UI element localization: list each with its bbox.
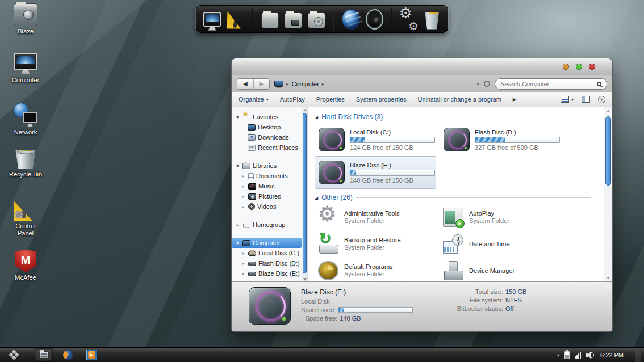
expand-icon[interactable]: ▸ xyxy=(241,261,246,266)
breadcrumb-computer[interactable]: Computer xyxy=(292,81,319,87)
taskbar-clock[interactable]: 6:22 PM xyxy=(600,352,624,359)
refresh-icon[interactable] xyxy=(484,81,490,87)
drive-tile-blaze-disc-e[interactable]: Blaze Disc (E:) 140 GB free of 150 GB xyxy=(315,156,436,189)
organize-button[interactable]: Organize▾ xyxy=(239,96,269,103)
sidebar-item-pictures[interactable]: ▸ Pictures xyxy=(232,191,307,201)
title-bar[interactable] xyxy=(232,58,612,75)
desktop-icon-computer[interactable]: Computer xyxy=(1,53,50,84)
minimize-button[interactable] xyxy=(563,64,569,70)
scroll-up-icon[interactable] xyxy=(604,108,612,113)
scroll-up-icon[interactable] xyxy=(302,107,307,112)
dock-documents-folder-icon[interactable] xyxy=(261,12,279,28)
desktop-icon-blaze[interactable]: Blaze xyxy=(1,3,50,35)
dock-pictures-folder-icon[interactable] xyxy=(285,12,302,28)
system-properties-button[interactable]: System properties xyxy=(356,96,407,103)
sidebar-item-blaze-disc-e[interactable]: ▸ Blaze Disc (E:) xyxy=(232,268,307,279)
dock-speaker-lens-icon[interactable] xyxy=(366,9,383,30)
section-collapse-icon[interactable]: ◢ xyxy=(315,195,318,200)
search-input[interactable] xyxy=(500,81,593,87)
drive-tile-local-disk-c[interactable]: Local Disk (C:) 124 GB free of 150 GB xyxy=(315,123,436,156)
forward-button[interactable]: ▶ xyxy=(254,79,270,89)
scroll-down-icon[interactable] xyxy=(604,275,612,280)
item-date-and-time[interactable]: Date and Time xyxy=(440,230,561,257)
properties-button[interactable]: Properties xyxy=(316,96,345,103)
uninstall-program-button[interactable]: Uninstall or change a program xyxy=(417,96,501,103)
more-commands-icon[interactable]: ▶ xyxy=(513,97,516,102)
section-other[interactable]: ◢ Other (26) xyxy=(315,191,601,204)
hard-drive-icon xyxy=(319,161,345,184)
sidebar-scrollbar[interactable] xyxy=(302,107,307,281)
sidebar-item-flash-disc-d[interactable]: ▸ Flash Disc (D:) xyxy=(232,258,307,268)
sidebar-item-recent-places[interactable]: Recent Places xyxy=(232,142,307,153)
maximize-button[interactable] xyxy=(576,64,582,70)
sidebar-group-computer[interactable]: ▾ Computer xyxy=(232,238,302,248)
expand-icon[interactable]: ▸ xyxy=(235,222,240,228)
taskbar-explorer-button[interactable] xyxy=(35,349,52,361)
back-button[interactable]: ◀ xyxy=(237,79,254,89)
expand-icon[interactable]: ▸ xyxy=(241,174,246,179)
computer-monitor-icon xyxy=(14,53,37,70)
search-box[interactable] xyxy=(495,78,607,90)
views-button[interactable]: ▾ xyxy=(561,96,574,103)
sidebar-group-libraries[interactable]: ▾ Libraries xyxy=(232,161,307,171)
item-device-manager[interactable]: Device Manager xyxy=(440,257,561,281)
scroll-down-icon[interactable] xyxy=(302,276,307,281)
dock-divider xyxy=(391,8,392,31)
dock-recycle-bin-icon[interactable] xyxy=(423,12,441,30)
dock-settings-gears-icon[interactable] xyxy=(400,9,418,30)
computer-icon xyxy=(274,81,283,87)
autoplay-button[interactable]: AutoPlay xyxy=(280,96,305,103)
expand-icon[interactable]: ▸ xyxy=(241,204,246,209)
collapse-icon[interactable]: ▾ xyxy=(235,241,240,246)
desktop-icon-control-panel[interactable]: Control Panel xyxy=(1,198,50,237)
drive-tile-flash-disc-d[interactable]: Flash Disc (D:) 327 GB free of 500 GB xyxy=(440,123,561,156)
preview-pane-icon[interactable] xyxy=(582,96,590,103)
content-scrollbar-thumb[interactable] xyxy=(605,116,611,186)
expand-icon[interactable]: ▸ xyxy=(241,271,246,276)
help-icon[interactable]: ? xyxy=(598,96,605,103)
collapse-icon[interactable]: ▾ xyxy=(235,163,240,169)
section-hard-disk-drives[interactable]: ◢ Hard Disk Drives (3) xyxy=(315,111,601,123)
sidebar-item-music[interactable]: ▸ Music xyxy=(232,181,307,191)
dock-network-globe-icon[interactable] xyxy=(342,9,359,30)
sidebar-item-documents[interactable]: ▸ Documents xyxy=(232,171,307,181)
bitlocker-value: Off xyxy=(505,305,513,312)
network-signal-icon[interactable] xyxy=(575,352,581,359)
collapse-icon[interactable]: ▾ xyxy=(235,115,240,120)
taskbar-media-player-button[interactable]: ▶ xyxy=(83,349,100,361)
volume-icon[interactable] xyxy=(586,352,595,359)
dock-media-folder-icon[interactable] xyxy=(308,12,325,28)
start-button[interactable] xyxy=(0,348,27,362)
section-collapse-icon[interactable]: ◢ xyxy=(315,115,318,119)
item-backup-and-restore[interactable]: Backup and Restore System Folder xyxy=(315,230,436,257)
battery-icon[interactable] xyxy=(564,351,570,359)
breadcrumb[interactable]: ▸ Computer ▸ xyxy=(274,81,324,87)
sidebar-group-homegroup[interactable]: ▸ Homegroup xyxy=(232,220,307,230)
sidebar-group-favorites[interactable]: ▾ Favorites xyxy=(232,112,307,122)
sidebar-scrollbar-thumb[interactable] xyxy=(303,113,307,273)
expand-icon[interactable]: ▸ xyxy=(241,184,246,189)
sidebar-item-local-disk-c[interactable]: ▸ Local Disk (C:) xyxy=(232,248,307,258)
desktop-icon-mcafee[interactable]: McAfee xyxy=(1,250,50,281)
libraries-icon xyxy=(242,163,250,169)
breadcrumb-separator-icon[interactable]: ▸ xyxy=(322,81,325,87)
sidebar-item-downloads[interactable]: Downloads xyxy=(232,132,307,142)
dock-computer-icon[interactable] xyxy=(203,12,221,27)
item-autoplay[interactable]: AutoPlay System Folder xyxy=(440,204,561,230)
desktop-icon-recycle-bin[interactable]: Recycle Bin xyxy=(1,146,50,178)
close-button[interactable] xyxy=(589,64,595,70)
desktop-icon-label: Network xyxy=(1,129,50,136)
taskbar-firefox-button[interactable] xyxy=(59,349,76,361)
desktop-icon-network[interactable]: Network xyxy=(1,103,50,136)
expand-icon[interactable]: ▸ xyxy=(241,194,246,199)
expand-icon[interactable]: ▸ xyxy=(241,251,246,256)
address-dropdown-icon[interactable]: ▾ xyxy=(476,81,479,87)
sidebar-item-videos[interactable]: ▸ Videos xyxy=(232,201,307,212)
show-hidden-icons-icon[interactable]: ▴ xyxy=(557,352,559,357)
item-default-programs[interactable]: Default Programs System Folder xyxy=(315,257,436,281)
item-administrative-tools[interactable]: Administrative Tools System Folder xyxy=(315,204,436,230)
dock-control-panel-icon[interactable] xyxy=(227,10,244,29)
show-desktop-button[interactable] xyxy=(635,348,641,362)
content-scrollbar[interactable] xyxy=(604,107,612,281)
sidebar-item-desktop[interactable]: Desktop xyxy=(232,122,307,132)
